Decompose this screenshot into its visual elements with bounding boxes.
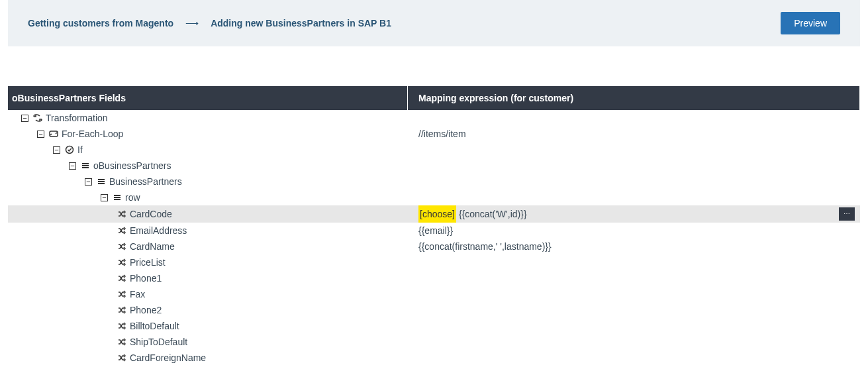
tree-cell-left: CardCode (8, 206, 408, 222)
tree-row[interactable]: CardForeignName⋯ (8, 350, 860, 366)
tree-cell-left: CardName (8, 239, 408, 254)
mapping-expression: {{email}} (418, 223, 453, 239)
tree-cell-right: //items/item⋯ (408, 126, 860, 142)
tree-node-label: For-Each-Loop (62, 126, 123, 142)
collapse-toggle-icon[interactable]: − (101, 194, 108, 201)
column-header-mapping: Mapping expression (for customer) (408, 86, 860, 110)
tree-row[interactable]: Phone2⋯ (8, 302, 860, 318)
loop-icon (48, 129, 59, 138)
tree-cell-left: −For-Each-Loop (8, 126, 408, 142)
tree-cell-left: Fax (8, 286, 408, 302)
mapping-expression: //items/item (418, 126, 466, 142)
preview-button[interactable]: Preview (781, 12, 840, 34)
tree-cell-right: [choose]{{concat('W',id)}}⋯ (408, 205, 860, 223)
tree-cell-left: −oBusinessPartners (8, 158, 408, 174)
tree-row[interactable]: −For-Each-Loop//items/item⋯ (8, 126, 860, 142)
breadcrumb-target[interactable]: Adding new BusinessPartners in SAP B1 (211, 18, 391, 28)
tree-row[interactable]: −row⋯ (8, 189, 860, 205)
tree-row[interactable]: CardName{{concat(firstname,' ',lastname)… (8, 239, 860, 254)
tree-cell-left: −row (8, 189, 408, 205)
tree-row[interactable]: −Transformation⋯ (8, 110, 860, 126)
shuffle-icon (117, 353, 127, 362)
tree-cell-right: {{email}}⋯ (408, 223, 860, 239)
bars-icon (112, 193, 122, 202)
tree-node-label: CardCode (130, 206, 172, 222)
shuffle-icon (117, 337, 127, 347)
shuffle-icon (117, 321, 127, 331)
check-icon (64, 145, 75, 154)
bars-icon (80, 161, 91, 170)
shuffle-icon (117, 258, 127, 267)
tree-row[interactable]: PriceList⋯ (8, 254, 860, 270)
tree-node-label: ShipToDefault (130, 334, 187, 350)
choose-tag[interactable]: [choose] (418, 205, 456, 223)
tree-node-label: CardName (130, 239, 175, 254)
shuffle-icon (117, 290, 127, 299)
tree-cell-left: CardForeignName (8, 350, 408, 366)
tree-row[interactable]: CardCode[choose]{{concat('W',id)}}⋯ (8, 205, 860, 223)
breadcrumb-bar: Getting customers from Magento ⟶ Adding … (8, 0, 860, 46)
arrow-right-icon: ⟶ (185, 18, 199, 28)
tree-node-label: Transformation (46, 110, 108, 126)
tree-node-label: row (125, 189, 140, 205)
tree-row[interactable]: EmailAddress{{email}}⋯ (8, 223, 860, 239)
collapse-toggle-icon[interactable]: − (21, 115, 28, 122)
shuffle-icon (117, 226, 127, 235)
breadcrumb: Getting customers from Magento ⟶ Adding … (28, 18, 391, 28)
tree-row[interactable]: Phone1⋯ (8, 270, 860, 286)
shuffle-icon (117, 242, 127, 251)
tree-node-label: Phone2 (130, 302, 162, 318)
tree-cell-left: EmailAddress (8, 223, 408, 239)
tree-node-label: PriceList (130, 254, 166, 270)
tree-cell-left: BilltoDefault (8, 318, 408, 334)
table-header: oBusinessPartners Fields Mapping express… (8, 86, 860, 110)
shuffle-icon (117, 209, 127, 219)
tree-node-label: CardForeignName (130, 350, 206, 366)
collapse-toggle-icon[interactable]: − (53, 146, 60, 154)
transform-icon (32, 113, 43, 123)
mapping-expression[interactable]: {{concat('W',id)}} (459, 206, 527, 222)
tree-row[interactable]: −If⋯ (8, 142, 860, 158)
tree-row[interactable]: Fax⋯ (8, 286, 860, 302)
tree-body: −Transformation⋯−For-Each-Loop//items/it… (8, 110, 860, 366)
tree-node-label: BusinessPartners (109, 174, 182, 189)
tree-node-label: EmailAddress (130, 223, 187, 239)
tree-row[interactable]: −oBusinessPartners⋯ (8, 158, 860, 174)
tree-cell-left: PriceList (8, 254, 408, 270)
tree-cell-left: ShipToDefault (8, 334, 408, 350)
breadcrumb-source[interactable]: Getting customers from Magento (28, 18, 173, 28)
tree-cell-left: −If (8, 142, 408, 158)
shuffle-icon (117, 305, 127, 315)
tree-node-label: Phone1 (130, 270, 162, 286)
mapping-table: oBusinessPartners Fields Mapping express… (8, 86, 860, 366)
tree-cell-left: Phone2 (8, 302, 408, 318)
collapse-toggle-icon[interactable]: − (37, 131, 44, 138)
tree-node-label: BilltoDefault (130, 318, 179, 334)
svg-rect-0 (50, 131, 58, 136)
collapse-toggle-icon[interactable]: − (69, 162, 76, 170)
tree-row[interactable]: −BusinessPartners⋯ (8, 174, 860, 189)
tree-node-label: oBusinessPartners (93, 158, 171, 174)
tree-cell-right: {{concat(firstname,' ',lastname)}}⋯ (408, 239, 860, 254)
column-header-fields: oBusinessPartners Fields (8, 86, 408, 110)
tree-row[interactable]: ShipToDefault⋯ (8, 334, 860, 350)
row-more-button[interactable]: ⋯ (839, 207, 855, 221)
tree-node-label: If (77, 142, 83, 158)
tree-cell-left: Phone1 (8, 270, 408, 286)
tree-node-label: Fax (130, 286, 145, 302)
mapping-expression: {{concat(firstname,' ',lastname)}} (418, 239, 552, 254)
shuffle-icon (117, 274, 127, 283)
bars-icon (96, 177, 107, 186)
tree-cell-left: −Transformation (8, 110, 408, 126)
collapse-toggle-icon[interactable]: − (85, 178, 92, 186)
tree-cell-left: −BusinessPartners (8, 174, 408, 189)
tree-row[interactable]: BilltoDefault⋯ (8, 318, 860, 334)
